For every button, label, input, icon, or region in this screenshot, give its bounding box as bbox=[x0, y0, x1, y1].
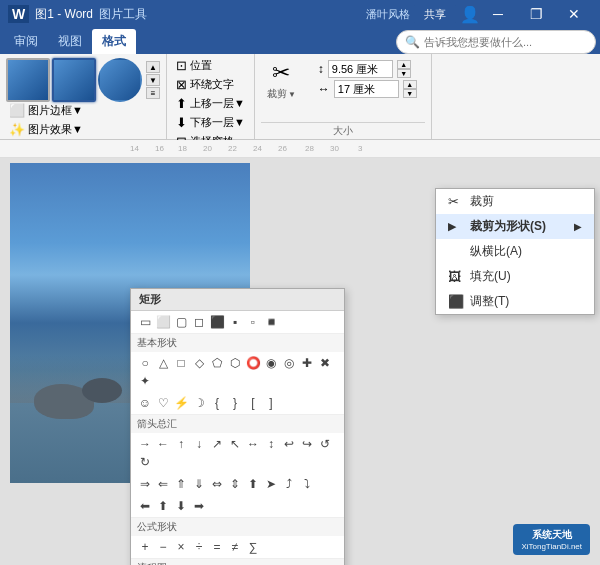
arrow-lr[interactable]: ↔ bbox=[245, 436, 261, 452]
height-down-button[interactable]: ▼ bbox=[397, 69, 411, 78]
darrow-up[interactable]: ⇑ bbox=[173, 476, 189, 492]
formula-sum[interactable]: ∑ bbox=[245, 539, 261, 555]
shape-diamond[interactable]: ◇ bbox=[191, 355, 207, 371]
height-input[interactable] bbox=[328, 60, 393, 78]
arrow-bent2[interactable]: ⤵ bbox=[299, 476, 315, 492]
shape-plus[interactable]: ✚ bbox=[299, 355, 315, 371]
shape-smile[interactable]: ☺ bbox=[137, 395, 153, 411]
close-button[interactable]: ✕ bbox=[556, 0, 592, 28]
formula-div[interactable]: ÷ bbox=[191, 539, 207, 555]
shape-ring[interactable]: ⭕ bbox=[245, 355, 261, 371]
rect-shape-7[interactable]: ▫ bbox=[245, 314, 261, 330]
shape-brace-r[interactable]: } bbox=[227, 395, 243, 411]
arrow-down[interactable]: ↓ bbox=[191, 436, 207, 452]
rect-shape-8[interactable]: ◾ bbox=[263, 314, 279, 330]
arrow-back[interactable]: ↺ bbox=[317, 436, 333, 452]
arrow-curved[interactable]: ↩ bbox=[281, 436, 297, 452]
share-button[interactable]: 共享 bbox=[414, 3, 456, 25]
formula-minus[interactable]: − bbox=[155, 539, 171, 555]
title-bar-left: W 图1 - Word 图片工具 bbox=[8, 5, 147, 23]
shape-star-4[interactable]: ✦ bbox=[137, 373, 153, 389]
formula-neq[interactable]: ≠ bbox=[227, 539, 243, 555]
arrow3d[interactable]: ⬆ bbox=[245, 476, 261, 492]
arrow-left[interactable]: ← bbox=[155, 436, 171, 452]
crop-big-button[interactable]: ✂ 裁剪 ▼ bbox=[261, 57, 302, 104]
crop-dropdown-arrow[interactable]: ▼ bbox=[288, 90, 296, 99]
menu-crop[interactable]: ✂ 裁剪 bbox=[436, 189, 594, 214]
arrow-upright[interactable]: ↗ bbox=[209, 436, 225, 452]
tab-format[interactable]: 格式 bbox=[92, 29, 136, 54]
darrow-left[interactable]: ⇐ bbox=[155, 476, 171, 492]
shape-target[interactable]: ◎ bbox=[281, 355, 297, 371]
width-input[interactable] bbox=[334, 80, 399, 98]
search-bar[interactable]: 🔍 bbox=[396, 30, 596, 54]
shape-bracket-r[interactable]: ] bbox=[263, 395, 279, 411]
arrow-curved2[interactable]: ↪ bbox=[299, 436, 315, 452]
arrow-upleft[interactable]: ↖ bbox=[227, 436, 243, 452]
shape-rect[interactable]: □ bbox=[173, 355, 189, 371]
style-thumb-1[interactable] bbox=[6, 58, 50, 102]
user-icon[interactable]: 👤 bbox=[460, 5, 480, 24]
shape-hex[interactable]: ⬡ bbox=[227, 355, 243, 371]
shape-penta[interactable]: ⬠ bbox=[209, 355, 225, 371]
arrow-up[interactable]: ↑ bbox=[173, 436, 189, 452]
shape-bullseye[interactable]: ◉ bbox=[263, 355, 279, 371]
shape-heart[interactable]: ♡ bbox=[155, 395, 171, 411]
height-up-button[interactable]: ▲ bbox=[397, 60, 411, 69]
darrow-down[interactable]: ⇓ bbox=[191, 476, 207, 492]
rect-shape-4[interactable]: ◻ bbox=[191, 314, 207, 330]
shape-cross[interactable]: ✖ bbox=[317, 355, 333, 371]
arrow-right[interactable]: → bbox=[137, 436, 153, 452]
scroll-expand-button[interactable]: ≡ bbox=[146, 87, 160, 99]
width-up-button[interactable]: ▲ bbox=[403, 80, 417, 89]
width-down-button[interactable]: ▼ bbox=[403, 89, 417, 98]
shape-circle[interactable]: ○ bbox=[137, 355, 153, 371]
arrow-ex3[interactable]: ⬇ bbox=[173, 498, 189, 514]
tab-view[interactable]: 视图 bbox=[48, 29, 92, 54]
rect-shape-3[interactable]: ▢ bbox=[173, 314, 189, 330]
position-icon: ⊡ bbox=[176, 58, 187, 73]
menu-aspect-ratio[interactable]: 纵横比(A) bbox=[436, 239, 594, 264]
wrap-text-button[interactable]: ⊠ 环绕文字 bbox=[173, 76, 248, 93]
darrow-lr[interactable]: ⇔ bbox=[209, 476, 225, 492]
picture-effect-button[interactable]: ✨ 图片效果▼ bbox=[6, 121, 160, 138]
tab-review[interactable]: 审阅 bbox=[4, 29, 48, 54]
basic-shapes-row: ○ △ □ ◇ ⬠ ⬡ ⭕ ◉ ◎ ✚ ✖ ✦ bbox=[131, 352, 344, 392]
search-input[interactable] bbox=[424, 36, 584, 48]
arrow-ex4[interactable]: ➡ bbox=[191, 498, 207, 514]
arrow-ud[interactable]: ↕ bbox=[263, 436, 279, 452]
rect-shape-6[interactable]: ▪ bbox=[227, 314, 243, 330]
arrow-forward[interactable]: ↻ bbox=[137, 454, 153, 470]
formula-plus[interactable]: + bbox=[137, 539, 153, 555]
rect-shape-5[interactable]: ⬛ bbox=[209, 314, 225, 330]
arrow-ex2[interactable]: ⬆ bbox=[155, 498, 171, 514]
formula-eq[interactable]: = bbox=[209, 539, 225, 555]
shape-bracket-l[interactable]: [ bbox=[245, 395, 261, 411]
position-button[interactable]: ⊡ 位置 bbox=[173, 57, 248, 74]
arrow-ex1[interactable]: ⬅ bbox=[137, 498, 153, 514]
style-thumb-2[interactable] bbox=[52, 58, 96, 102]
shape-moon[interactable]: ☽ bbox=[191, 395, 207, 411]
style-thumb-3[interactable] bbox=[98, 58, 142, 102]
shape-picker-title: 矩形 bbox=[131, 289, 344, 311]
minimize-button[interactable]: ─ bbox=[480, 0, 516, 28]
formula-times[interactable]: × bbox=[173, 539, 189, 555]
arrow-notch[interactable]: ➤ bbox=[263, 476, 279, 492]
restore-button[interactable]: ❐ bbox=[518, 0, 554, 28]
scroll-down-button[interactable]: ▼ bbox=[146, 74, 160, 86]
bring-forward-button[interactable]: ⬆ 上移一层▼ bbox=[173, 95, 248, 112]
shape-lightning[interactable]: ⚡ bbox=[173, 395, 189, 411]
menu-crop-to-shape[interactable]: ▶ 裁剪为形状(S) ▶ bbox=[436, 214, 594, 239]
scroll-up-button[interactable]: ▲ bbox=[146, 61, 160, 73]
arrow-bent[interactable]: ⤴ bbox=[281, 476, 297, 492]
shape-triangle[interactable]: △ bbox=[155, 355, 171, 371]
darrow-ud[interactable]: ⇕ bbox=[227, 476, 243, 492]
shape-brace-l[interactable]: { bbox=[209, 395, 225, 411]
rect-shape-1[interactable]: ▭ bbox=[137, 314, 153, 330]
rect-shape-2[interactable]: ⬜ bbox=[155, 314, 171, 330]
send-back-button[interactable]: ⬇ 下移一层▼ bbox=[173, 114, 248, 131]
picture-border-button[interactable]: ⬜ 图片边框▼ bbox=[6, 102, 160, 119]
darrow-right[interactable]: ⇒ bbox=[137, 476, 153, 492]
menu-adjust[interactable]: ⬛ 调整(T) bbox=[436, 289, 594, 314]
menu-fill[interactable]: 🖼 填充(U) bbox=[436, 264, 594, 289]
